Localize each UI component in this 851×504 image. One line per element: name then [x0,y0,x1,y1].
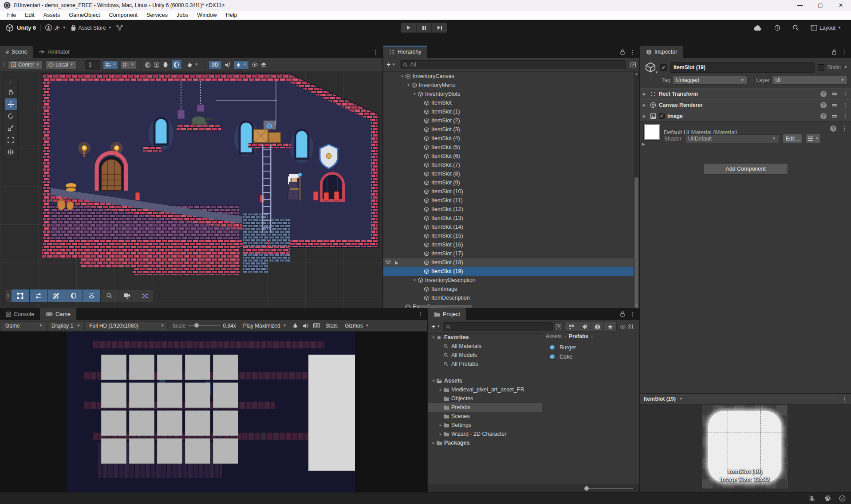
hierarchy-item-itemslot-8[interactable]: ItemSlot (8) [383,169,634,178]
search-importance-icon[interactable] [591,322,603,331]
project-tree-item-favorites[interactable]: ▾Favorites [428,333,542,342]
project-file-burger[interactable]: Burger [542,343,639,352]
snap-increment-dropdown[interactable]: ▼ [121,60,136,70]
project-tree-item-settings[interactable]: ▸Settings [428,421,542,430]
scale-slider[interactable]: Scale 0.34x [169,321,238,330]
grid-visibility-toggle[interactable] [47,289,65,302]
foldout-arrow[interactable]: ▾ [431,335,436,340]
open-search-window-icon[interactable] [556,324,562,330]
hierarchy-item-itemslot-19[interactable]: ItemSlot (19) [383,267,634,276]
material-foldout[interactable]: ▶ [642,142,645,146]
foldout-arrow[interactable]: ▾ [412,92,418,96]
project-menu-kebab[interactable]: ⋮ [630,311,635,317]
cloud-icon[interactable] [753,25,762,31]
layers-overlay-toggle[interactable] [260,62,267,68]
gizmos-overlay-toggle[interactable] [83,289,100,302]
tab-scene[interactable]: # Scene [0,46,33,58]
hierarchy-item-inventorycanvas[interactable]: ▾InventoryCanvas [383,72,634,81]
menu-window[interactable]: Window [193,11,221,19]
active-checkbox[interactable]: ✓ [660,64,667,71]
scene-search-button[interactable] [100,289,118,302]
static-checkbox[interactable] [818,64,824,71]
help-icon[interactable]: ? [820,113,827,119]
project-tree-item-objectes[interactable]: Objectes [428,394,542,403]
foldout-arrow[interactable]: ▸ [438,423,443,427]
foldout-arrow[interactable]: ▸ [438,432,443,436]
scene-camera-globe-toggle[interactable] [145,62,151,68]
hierarchy-item-itemslot-4[interactable]: ItemSlot (4) [383,134,634,143]
edit-material-button[interactable]: Edit... [783,134,803,143]
help-icon[interactable]: ? [820,91,827,97]
maximize-button[interactable]: ▢ [810,0,831,11]
tab-project[interactable]: Project [428,308,466,320]
open-search-window-icon[interactable] [630,62,636,68]
menu-help[interactable]: Help [221,11,242,19]
lock-icon[interactable] [620,49,625,55]
hierarchy-item-inventorymenu[interactable]: ▾InventoryMenu [383,81,634,90]
hierarchy-item-itemimage[interactable]: ItemImage [383,285,634,293]
help-icon[interactable]: ? [820,102,827,108]
search-by-type-icon[interactable] [565,322,578,331]
drag-handle[interactable]: ≡ [9,80,12,86]
menu-jobs[interactable]: Jobs [172,11,193,19]
view-hand-tool[interactable] [5,86,17,98]
project-tree-item-prefabs[interactable]: Prefabs [428,403,542,412]
foldout-arrow[interactable]: ▾ [412,278,418,282]
drag-handle[interactable]: ‖ [5,293,12,298]
close-button[interactable]: ✕ [831,0,851,11]
search-by-label-icon[interactable] [578,322,591,331]
hierarchy-item-itemslot-13[interactable]: ItemSlot (13) [383,214,634,223]
lighting-toggle[interactable] [65,289,83,302]
scene-fx-solid-toggle[interactable] [162,62,169,68]
hierarchy-menu-kebab[interactable]: ⋮ [630,49,635,55]
foldout-arrow[interactable]: ▸ [438,387,443,392]
layout-dropdown[interactable]: Layout▼ [811,25,841,31]
foldout-arrow[interactable]: ▸ [431,441,436,445]
project-tree-item-all-models[interactable]: All Models [428,351,542,359]
project-tree-item-packages[interactable]: ▸Packages [428,438,542,447]
play-button[interactable] [401,23,416,33]
scene-viewport[interactable]: ≡ ‖ [0,72,382,308]
component-image[interactable]: ▶ ✓ Image ?⋮ [640,110,851,121]
favorites-filter-icon[interactable] [603,322,616,331]
hierarchy-item-itemslot-3[interactable]: ItemSlot (3) [383,125,634,134]
effects-dropdown[interactable]: ▼ [233,60,249,70]
pause-button[interactable] [416,23,432,33]
hierarchy-item-itemslot-12[interactable]: ItemSlot (12) [383,205,634,214]
scene-visibility-toggle[interactable] [252,62,258,67]
minimize-button[interactable]: — [790,0,810,11]
hierarchy-item-itemslot-16[interactable]: ItemSlot (16) [383,240,634,249]
game-menu-kebab[interactable]: ⋮ [418,311,423,317]
hierarchy-item-itemslot-10[interactable]: ItemSlot (10) [383,187,634,196]
move-tool[interactable] [5,98,17,110]
preview-dropdown[interactable]: ▼ [679,397,683,401]
asset-store-dropdown[interactable]: Asset Store▼ [71,25,112,31]
hierarchy-item-itemslot[interactable]: ItemSlot [383,98,634,107]
layer-dropdown[interactable]: UI▼ [772,76,847,85]
collab-layers-icon[interactable] [823,495,831,501]
hierarchy-item-itemslot-2[interactable]: ItemSlot (2) [383,116,634,125]
shader-dropdown[interactable]: UI/Default▼ [685,134,779,143]
breadcrumb-root[interactable]: Assets [546,333,562,340]
shuffle-overlay-button[interactable] [136,289,154,302]
tool-handle-pivot-dropdown[interactable]: Center▼ [8,60,43,70]
status-check-icon[interactable] [839,495,846,502]
step-button[interactable] [432,23,447,33]
visibility-count[interactable]: 31 [619,324,634,330]
hierarchy-item-itemslot-18[interactable]: ItemSlot (18) [383,258,634,267]
tool-settings-toggle[interactable] [29,289,47,302]
grid-snap-toggle[interactable]: Y▼ [103,60,118,70]
hierarchy-item-itemslot-7[interactable]: ItemSlot (7) [383,160,634,169]
name-field[interactable]: ItemSlot (19) [670,62,815,73]
foldout-arrow[interactable]: ▾ [406,83,411,87]
account-dropdown[interactable]: JF▼ [45,24,66,31]
component-kebab[interactable]: ⋮ [843,90,848,97]
menu-assets[interactable]: Assets [39,11,65,19]
visibility-eye-icon[interactable] [385,259,391,264]
tab-inspector[interactable]: Inspector [640,46,683,58]
material-kebab[interactable]: ⋮ [842,125,847,132]
static-dropdown[interactable]: ▼ [844,66,847,69]
menu-edit[interactable]: Edit [20,11,39,19]
hierarchy-item-itemslot-9[interactable]: ItemSlot (9) [383,178,634,187]
search-icon[interactable] [792,24,799,31]
